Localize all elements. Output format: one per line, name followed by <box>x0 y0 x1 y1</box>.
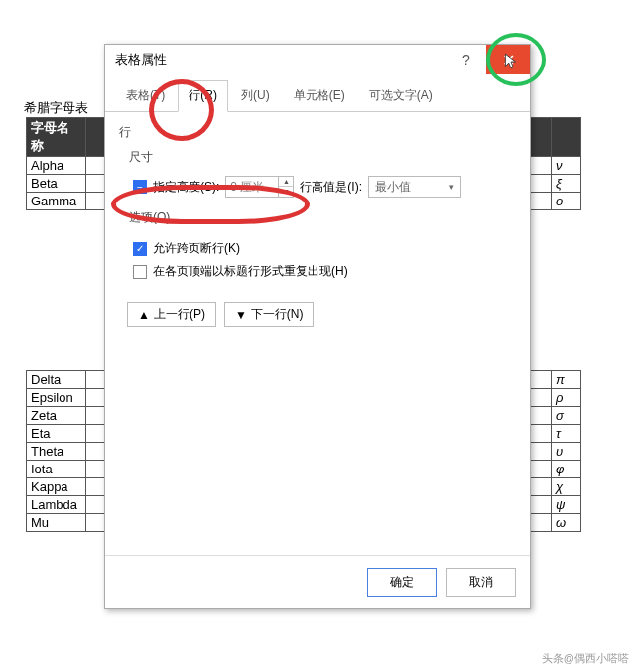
cancel-button[interactable]: 取消 <box>446 568 516 597</box>
next-row-label: 下一行(N) <box>251 306 304 323</box>
allow-break-label: 允许跨页断行(K) <box>153 240 240 257</box>
header-name: 字母名称 <box>27 118 86 157</box>
specify-height-input[interactable] <box>225 176 279 198</box>
up-triangle-icon: ▲ <box>138 308 150 322</box>
table-cell: ρ <box>552 389 581 407</box>
table-caption: 希腊字母表 <box>24 99 88 117</box>
table-cell: π <box>552 371 581 389</box>
specify-height-label: 指定高度(S): <box>153 179 219 196</box>
table-row: Beta <box>27 175 86 193</box>
row-height-value: 最小值 <box>375 179 411 196</box>
row-height-is-label: 行高值是(I): <box>300 179 362 196</box>
tab-column[interactable]: 列(U) <box>230 80 281 111</box>
dialog-title: 表格属性 <box>115 51 167 68</box>
table-row: Zeta <box>27 407 86 425</box>
cursor-icon <box>504 53 518 70</box>
table-row: Alpha <box>27 157 86 175</box>
table-cell: φ <box>552 461 581 478</box>
tab-row[interactable]: 行(R) <box>178 80 228 112</box>
spin-down-icon: ▼ <box>279 187 293 197</box>
table-cell: τ <box>552 425 581 443</box>
tab-table[interactable]: 表格(T) <box>115 80 176 111</box>
options-section-label: 选项(O) <box>129 209 516 226</box>
dialog-titlebar: 表格属性 ? ✕ <box>105 45 530 74</box>
help-button[interactable]: ? <box>446 45 486 74</box>
table-cell: ψ <box>552 496 581 514</box>
prev-row-label: 上一行(P) <box>154 306 205 323</box>
close-button[interactable]: ✕ <box>486 45 530 74</box>
table-row: Iota <box>27 461 86 478</box>
height-spinner[interactable]: ▲▼ <box>279 176 294 198</box>
table-row: Lambda <box>27 496 86 514</box>
tab-cell[interactable]: 单元格(E) <box>283 80 356 111</box>
table-properties-dialog: 表格属性 ? ✕ 表格(T) 行(R) 列(U) 单元格(E) 可选文字(A) … <box>104 44 531 609</box>
size-section-label: 尺寸 <box>129 149 516 166</box>
table-cell: υ <box>552 443 581 461</box>
table-cell: ξ <box>552 175 581 193</box>
row-section-label: 行 <box>119 124 516 141</box>
table-row: Delta <box>27 371 86 389</box>
table-row: Epsilon <box>27 389 86 407</box>
spin-up-icon: ▲ <box>279 177 293 187</box>
specify-height-checkbox[interactable]: − <box>133 180 147 194</box>
tab-alt-text[interactable]: 可选文字(A) <box>358 80 444 111</box>
table-cell: χ <box>552 478 581 496</box>
allow-break-checkbox[interactable]: ✓ <box>133 242 147 256</box>
table-row: Gamma <box>27 193 86 210</box>
table-row: Eta <box>27 425 86 443</box>
row-height-combo[interactable]: 最小值 ▾ <box>368 176 461 198</box>
chevron-down-icon: ▾ <box>449 182 454 192</box>
repeat-header-label: 在各页顶端以标题行形式重复出现(H) <box>153 263 348 280</box>
prev-row-button[interactable]: ▲上一行(P) <box>127 302 216 327</box>
table-row: Mu <box>27 514 86 532</box>
repeat-header-checkbox[interactable] <box>133 265 147 279</box>
table-cell: ω <box>552 514 581 532</box>
close-icon: ✕ <box>502 51 515 69</box>
down-triangle-icon: ▼ <box>235 308 247 322</box>
table-cell: ν <box>552 157 581 175</box>
table-cell <box>552 118 581 157</box>
watermark: 头条@偶西小嗒嗒 <box>542 651 629 666</box>
table-row: Kappa <box>27 478 86 496</box>
table-cell: ο <box>552 193 581 210</box>
tab-strip: 表格(T) 行(R) 列(U) 单元格(E) 可选文字(A) <box>105 74 530 112</box>
ok-button[interactable]: 确定 <box>367 568 437 597</box>
table-row: Theta <box>27 443 86 461</box>
table-cell: σ <box>552 407 581 425</box>
next-row-button[interactable]: ▼下一行(N) <box>224 302 315 327</box>
